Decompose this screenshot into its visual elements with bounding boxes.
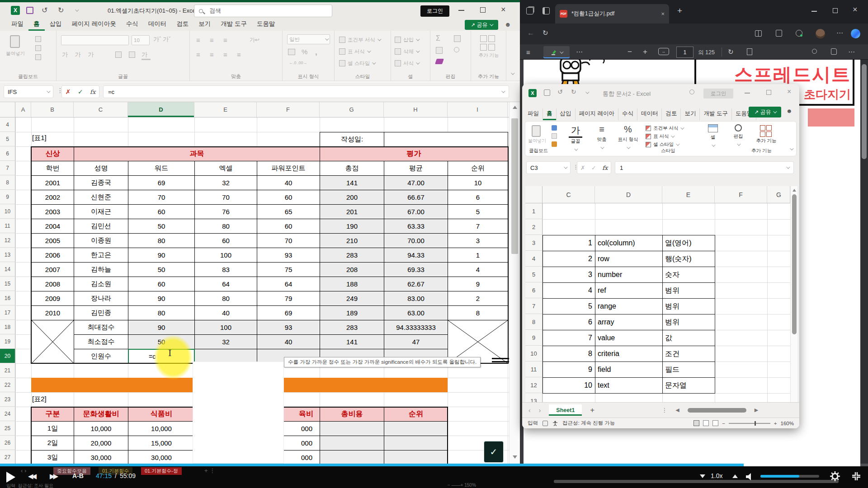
select-all-corner[interactable] — [0, 102, 15, 117]
border-icon[interactable] — [115, 52, 122, 58]
confirm-entry-icon[interactable]: ✓ — [78, 88, 83, 95]
column-header-C[interactable]: C — [74, 102, 128, 117]
cell-C19[interactable]: 최소점수 — [74, 334, 128, 349]
cell-E10[interactable]: 조건 — [662, 346, 715, 362]
percent-icon[interactable]: % — [302, 48, 311, 56]
embedded-sheet-grid[interactable]: 123456789101112131col(column)열(영어)2row행(… — [525, 203, 790, 402]
row-header-16[interactable]: 16 — [0, 291, 15, 305]
page-view-icon[interactable] — [747, 48, 752, 55]
formula-input[interactable]: 1 — [615, 161, 794, 174]
font-color-icon[interactable]: 가 — [142, 51, 151, 59]
collections-icon[interactable] — [776, 30, 782, 37]
browser-tab[interactable]: PDF *컴활1급실기.pdf × — [555, 4, 669, 23]
row-header-12[interactable]: 12 — [0, 233, 15, 248]
cell-C12[interactable]: 10 — [542, 377, 595, 394]
cell-F14[interactable]: 75 — [257, 262, 320, 277]
cell-H27[interactable] — [384, 450, 448, 464]
format-painter-icon[interactable] — [552, 141, 557, 147]
sheet-prev-icon[interactable]: ‹ — [528, 407, 531, 414]
column-header-A[interactable]: A — [15, 102, 31, 117]
embedded-vertical-scrollbar[interactable] — [790, 186, 797, 402]
workspaces-icon[interactable] — [526, 7, 533, 14]
macro-record-icon[interactable] — [542, 421, 548, 426]
cell-C17[interactable]: 김민종 — [74, 305, 128, 320]
cell-C16[interactable]: 장나라 — [74, 291, 128, 306]
orientation-icon[interactable]: 가↩ — [250, 36, 263, 44]
row-header-4[interactable]: 4 — [525, 251, 542, 267]
cell-F16[interactable]: 79 — [257, 291, 320, 306]
cell-C8[interactable]: 6 — [542, 314, 595, 330]
cell-D8[interactable]: array — [595, 314, 663, 330]
cell-G25[interactable] — [320, 421, 384, 436]
cell-F19[interactable]: 40 — [257, 334, 320, 349]
cell-C13[interactable]: 한고은 — [74, 248, 128, 263]
clear-icon[interactable] — [435, 59, 444, 64]
cell-D13[interactable]: 90 — [128, 248, 195, 263]
zoom-out-icon[interactable]: − — [627, 47, 632, 56]
row-header-2[interactable]: 2 — [525, 219, 542, 235]
menu-6[interactable]: 검토 — [662, 108, 681, 120]
name-box[interactable]: C3 — [526, 161, 571, 174]
cell-G13[interactable]: 283 — [320, 248, 384, 263]
sheet-grid[interactable]: 4567891011121314151617181920212223242526… — [0, 117, 509, 464]
annotation-more-icon[interactable]: ⋯ — [576, 48, 583, 56]
cell-F13[interactable]: 93 — [257, 248, 320, 263]
cut-icon[interactable] — [552, 125, 557, 131]
scrollbar-thumb[interactable] — [792, 194, 797, 334]
menu-7[interactable]: 보기 — [193, 18, 216, 31]
exit-fullscreen-icon[interactable] — [852, 472, 861, 481]
cell-D3[interactable]: col(column) — [595, 235, 663, 251]
volume-icon[interactable] — [745, 472, 755, 482]
column-header-C[interactable]: C — [542, 186, 595, 203]
cell-H24[interactable]: 순위 — [384, 407, 448, 422]
cell-E18[interactable]: 100 — [194, 320, 257, 335]
ribbon-collapse-icon[interactable] — [790, 146, 793, 150]
delete-cells-button[interactable]: 삭제 — [395, 47, 427, 56]
cell-H11[interactable]: 63.33 — [384, 219, 448, 234]
login-button[interactable]: 로그인 — [420, 5, 449, 17]
cell-E19[interactable]: 32 — [194, 334, 257, 349]
insert-function-icon[interactable]: fx — [602, 164, 608, 171]
new-tab-button[interactable]: + — [677, 6, 682, 16]
cell-I12[interactable]: 3 — [448, 233, 508, 248]
cell-F15[interactable]: 64 — [257, 277, 320, 291]
cell-E12[interactable]: 문자열 — [662, 377, 715, 394]
cell-F12[interactable]: 70 — [257, 233, 320, 248]
cell-C7[interactable]: 성명 — [74, 161, 128, 176]
row-header-5[interactable]: 5 — [525, 267, 542, 282]
cell-C6[interactable]: 4 — [542, 282, 595, 299]
menu-8[interactable]: 개발 도구 — [216, 18, 252, 31]
cell-C3[interactable]: 1 — [542, 235, 595, 251]
cell-E9[interactable]: 70 — [194, 190, 257, 205]
format-painter-icon[interactable] — [35, 54, 41, 60]
cell-E3[interactable]: 열(영어) — [662, 235, 715, 251]
tab-overflow-icon[interactable]: ⋮ — [661, 407, 667, 413]
zoom-out-icon[interactable]: − — [722, 421, 725, 426]
cell-E8[interactable]: 32 — [194, 175, 257, 190]
highlighter-tool[interactable] — [543, 46, 570, 58]
cell-E9[interactable]: 값 — [662, 330, 715, 346]
menu-7[interactable]: 보기 — [681, 108, 700, 120]
cell-H26[interactable] — [384, 436, 448, 450]
row-header-13[interactable]: 13 — [525, 393, 542, 402]
cell-B24[interactable]: 구분 — [31, 407, 74, 422]
column-header-D[interactable]: D — [128, 102, 194, 117]
align-icon[interactable]: ≡ — [210, 36, 220, 44]
rewind-button[interactable]: ◀◀ — [28, 472, 35, 480]
column-header-G[interactable]: G — [767, 186, 790, 203]
cell-E11[interactable]: 80 — [194, 219, 257, 234]
cell-H17[interactable]: 63.00 — [384, 305, 448, 320]
toc-icon[interactable]: ≡ — [526, 48, 530, 56]
cell-G18[interactable]: 283 — [320, 320, 384, 335]
page-number-input[interactable]: 1 — [676, 47, 693, 58]
browser-close-button[interactable]: × — [853, 5, 858, 14]
menu-4[interactable]: 수식 — [121, 18, 143, 31]
cell-G12[interactable]: 210 — [320, 233, 384, 248]
undo-icon[interactable]: ↺ — [42, 6, 47, 14]
cell-C9[interactable]: 7 — [542, 330, 595, 346]
view-page-layout-icon[interactable] — [703, 420, 709, 426]
conditional-formatting-button[interactable]: 조건부 서식 — [339, 35, 388, 44]
cell-G9[interactable]: 200 — [320, 190, 384, 205]
redo-icon[interactable]: ↻ — [571, 88, 576, 95]
font-menu[interactable]: 가글꼴 — [565, 124, 586, 152]
